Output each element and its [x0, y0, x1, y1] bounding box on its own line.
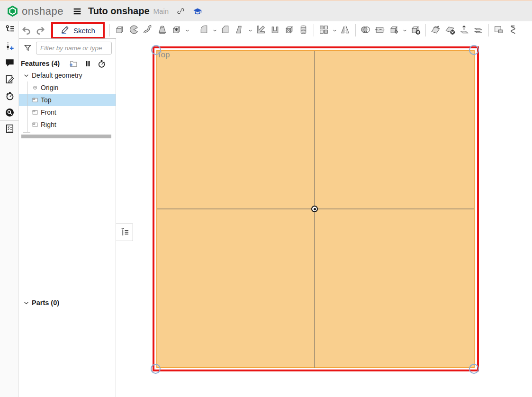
fillet-tool-button[interactable] [197, 23, 211, 37]
move-face-tool-button[interactable] [457, 23, 471, 37]
chamfer-tool-button[interactable] [218, 23, 233, 37]
history-stopwatch-icon [4, 90, 15, 103]
parts-header-label: Parts (0) [32, 299, 59, 307]
share-link-icon[interactable] [175, 6, 186, 17]
main-menu-button[interactable] [71, 5, 83, 18]
split-icon [374, 24, 386, 37]
chevron-down-icon[interactable] [21, 298, 31, 307]
pencil-icon [60, 24, 71, 36]
transform-icon [388, 24, 400, 37]
insert-plus-icon [4, 41, 15, 54]
feature-item-right[interactable]: Right [19, 118, 116, 131]
delete-part-tool-button[interactable] [408, 23, 423, 37]
shell-tool-button[interactable] [268, 23, 282, 37]
split-tool-button[interactable] [373, 23, 387, 37]
hole-icon [283, 24, 295, 37]
origin-marker[interactable] [311, 206, 318, 212]
undo-button[interactable] [19, 23, 33, 37]
rib-tool-button[interactable] [254, 23, 268, 37]
history-stopwatch-button[interactable] [4, 91, 15, 102]
version-tree-icon [4, 24, 15, 36]
thread-icon [298, 24, 309, 37]
plane-corner-handle[interactable] [151, 45, 161, 55]
feature-item-label: Front [41, 108, 56, 116]
follow-checklist-button[interactable] [4, 124, 15, 135]
chamfer-icon [219, 24, 231, 37]
sweep-tool-button[interactable] [141, 23, 155, 37]
helix-tool-button[interactable] [506, 23, 520, 37]
version-tree-button[interactable] [4, 24, 15, 36]
plane-corner-handle[interactable] [469, 364, 479, 374]
shell-icon [269, 24, 281, 37]
replace-face-icon [472, 24, 484, 37]
hole-tool-button[interactable] [282, 23, 297, 37]
boolean-tool-button[interactable] [359, 23, 373, 37]
chevron-down-icon[interactable] [247, 23, 254, 37]
chevron-down-icon[interactable] [401, 23, 408, 37]
feature-list-panel: Features (4) Default geometryOriginTopFr… [19, 39, 116, 397]
new-folder-icon[interactable] [68, 58, 78, 69]
insert-plus-button[interactable] [4, 41, 15, 53]
revolve-icon [128, 24, 140, 37]
rib-icon [255, 24, 267, 37]
feature-item-label: Origin [41, 84, 58, 91]
transform-tool-button[interactable] [387, 23, 401, 37]
plane-corner-handle[interactable] [151, 364, 161, 374]
draft-icon [234, 24, 245, 37]
learning-center-icon[interactable] [192, 6, 203, 17]
redo-button[interactable] [33, 23, 47, 37]
feature-item-top[interactable]: Top [19, 94, 116, 106]
delete-face-tool-button[interactable] [443, 23, 457, 37]
revolve-tool-button[interactable] [127, 23, 141, 37]
modify-fillet-icon [430, 24, 442, 37]
feature-toolbar: Sketch [19, 22, 532, 38]
toolbar-separator [425, 24, 426, 36]
parts-header-row[interactable]: Parts (0) [19, 297, 116, 308]
sketch-button[interactable]: Sketch [57, 24, 98, 37]
draft-tool-button[interactable] [233, 23, 247, 37]
modify-fillet-tool-button[interactable] [429, 23, 443, 37]
thicken-tool-button[interactable] [170, 23, 184, 37]
mirror-tool-button[interactable] [338, 23, 352, 37]
follow-checklist-icon [4, 123, 15, 136]
feature-item-origin[interactable]: Origin [19, 81, 116, 94]
spotlight-search-button[interactable] [4, 108, 15, 119]
tree-guide-tick [23, 132, 30, 133]
origin-icon [30, 83, 40, 92]
feature-item-front[interactable]: Front [19, 106, 116, 118]
filter-input[interactable] [36, 42, 112, 54]
filter-funnel-icon[interactable] [23, 43, 32, 53]
panel-collapse-tab[interactable] [116, 224, 133, 241]
suppress-pause-icon[interactable] [82, 58, 93, 69]
plane-corner-handle[interactable] [469, 45, 479, 55]
panel-horizontal-scrollbar[interactable] [21, 135, 111, 138]
extrude-tool-button[interactable] [113, 23, 127, 37]
mirror-icon [339, 24, 351, 37]
thicken-icon [171, 24, 182, 37]
comment-button[interactable] [4, 58, 15, 69]
linear-pattern-tool-button[interactable] [317, 23, 331, 37]
feature-item-default-geometry[interactable]: Default geometry [19, 69, 116, 81]
left-icon-rail [0, 21, 19, 397]
rollback-stopwatch-icon[interactable] [96, 58, 107, 69]
chevron-down-icon[interactable] [331, 23, 338, 37]
move-face-icon [458, 24, 470, 37]
plane-tool-button[interactable] [492, 23, 506, 37]
spotlight-search-icon [4, 107, 15, 120]
onshape-logo-text: onshape [22, 5, 63, 18]
thread-tool-button[interactable] [297, 23, 311, 37]
replace-face-tool-button[interactable] [471, 23, 486, 37]
loft-icon [156, 24, 168, 37]
chevron-down-icon[interactable] [184, 23, 191, 37]
note-edit-icon [4, 74, 15, 87]
toolbar-separator [355, 24, 356, 36]
loft-tool-button[interactable] [155, 23, 170, 37]
chevron-down-icon[interactable] [211, 23, 218, 37]
sweep-icon [142, 24, 154, 37]
origin-dot [314, 208, 316, 210]
toolbar-separator [109, 24, 110, 36]
app-header: onshape Tuto onshape Main [0, 0, 532, 21]
note-edit-button[interactable] [4, 74, 15, 86]
plane-item-icon [30, 120, 40, 129]
helix-icon [507, 24, 519, 37]
